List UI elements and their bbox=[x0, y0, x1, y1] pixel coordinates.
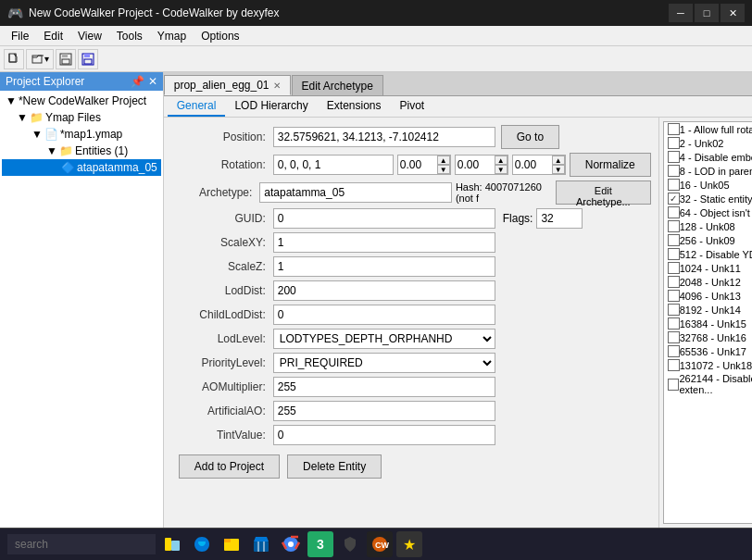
artificialao-input[interactable] bbox=[273, 401, 495, 421]
close-button[interactable]: ✕ bbox=[721, 4, 745, 22]
tab-bar: prop_alien_egg_01 ✕ Edit Archetype bbox=[164, 72, 752, 96]
tab-label: prop_alien_egg_01 bbox=[174, 79, 269, 92]
save-project-button[interactable] bbox=[78, 49, 98, 69]
hash-label: Hash: 4007071260 (not f bbox=[456, 181, 552, 204]
content-tabs: General LOD Hierarchy Extensions Pivot bbox=[164, 96, 752, 118]
aomultiplier-input[interactable] bbox=[273, 377, 495, 397]
flag-label: 4 - Disable embedded collisions bbox=[680, 152, 752, 163]
flag-checkbox[interactable] bbox=[668, 123, 680, 135]
rotation-y-input[interactable] bbox=[456, 156, 495, 173]
position-label: Position: bbox=[171, 131, 273, 143]
flag-checkbox[interactable] bbox=[668, 331, 680, 343]
taskbar-edge-icon[interactable] bbox=[189, 531, 215, 557]
rotation-input[interactable] bbox=[273, 155, 394, 175]
flag-checkbox[interactable] bbox=[668, 151, 680, 163]
flag-checkbox[interactable] bbox=[668, 290, 680, 302]
pe-close-button[interactable]: ✕ bbox=[148, 75, 157, 88]
flag-checkbox[interactable] bbox=[668, 137, 680, 149]
scalez-row: ScaleZ: bbox=[171, 256, 651, 277]
taskbar-explorer-icon[interactable] bbox=[219, 531, 244, 557]
flag-checkbox[interactable] bbox=[668, 317, 680, 330]
menu-view[interactable]: View bbox=[70, 28, 109, 44]
taskbar-star-icon[interactable]: ★ bbox=[396, 531, 422, 557]
rotation-x-up[interactable]: ▲ bbox=[437, 156, 450, 165]
expand-icon: ▼ bbox=[46, 144, 57, 157]
new-button[interactable] bbox=[4, 49, 24, 69]
goto-button[interactable]: Go to bbox=[501, 125, 559, 149]
flag-checkbox[interactable] bbox=[668, 276, 680, 288]
lodlevel-select[interactable]: LODTYPES_DEPTH_ORPHANHD bbox=[273, 329, 495, 349]
scalez-input[interactable] bbox=[273, 256, 495, 277]
taskbar-security-icon[interactable] bbox=[337, 531, 363, 557]
rotation-label: Rotation: bbox=[171, 158, 273, 171]
rotation-y-up[interactable]: ▲ bbox=[495, 156, 508, 165]
tree-item-ymap-files[interactable]: ▼ 📁 Ymap Files bbox=[2, 109, 161, 126]
toolbar: ▾ bbox=[0, 46, 752, 72]
taskbar-codewalker-icon[interactable]: CW bbox=[367, 531, 393, 557]
flag-checkbox[interactable] bbox=[668, 165, 680, 177]
flag-item: 512 - Disable YDR lights bbox=[664, 247, 752, 261]
svg-rect-5 bbox=[62, 54, 68, 57]
tree-item-entities[interactable]: ▼ 📁 Entities (1) bbox=[2, 143, 161, 159]
search-input[interactable] bbox=[7, 534, 156, 554]
tab-extensions[interactable]: Extensions bbox=[318, 96, 391, 117]
flag-checkbox[interactable] bbox=[668, 262, 680, 274]
tree-item-entity[interactable]: 🔷 atapatamma_05 bbox=[2, 159, 161, 176]
flag-checkbox[interactable] bbox=[668, 345, 680, 357]
flag-item: 32768 - Unk16 bbox=[664, 330, 752, 344]
flag-checkbox[interactable] bbox=[668, 359, 680, 371]
rotation-z-down[interactable]: ▼ bbox=[552, 165, 565, 174]
prioritylevel-select[interactable]: PRI_REQUIRED bbox=[273, 353, 495, 373]
edit-archetype-button[interactable]: Edit Archetype... bbox=[556, 180, 651, 205]
tab-close-icon[interactable]: ✕ bbox=[273, 81, 281, 91]
open-dropdown-button[interactable]: ▾ bbox=[26, 49, 54, 69]
guid-input[interactable] bbox=[273, 208, 495, 229]
childloddist-label: ChildLodDist: bbox=[171, 308, 273, 321]
menu-edit[interactable]: Edit bbox=[36, 28, 70, 44]
normalize-button[interactable]: Normalize bbox=[570, 153, 651, 177]
minimize-button[interactable]: ─ bbox=[669, 4, 693, 22]
rotation-y-down[interactable]: ▼ bbox=[495, 165, 508, 174]
loddist-input[interactable] bbox=[273, 280, 495, 301]
rotation-z-up[interactable]: ▲ bbox=[552, 156, 565, 165]
delete-entity-button[interactable]: Delete Entity bbox=[287, 454, 382, 479]
taskbar-file-manager[interactable] bbox=[159, 531, 185, 557]
childloddist-input[interactable] bbox=[273, 305, 495, 325]
taskbar-store-icon[interactable] bbox=[248, 531, 274, 557]
tree-item-map1-ymap[interactable]: ▼ 📄 *map1.ymap bbox=[2, 126, 161, 143]
add-to-project-button[interactable]: Add to Project bbox=[179, 454, 280, 479]
menu-tools[interactable]: Tools bbox=[109, 28, 150, 44]
flags-input[interactable] bbox=[536, 208, 583, 229]
flag-checkbox[interactable] bbox=[668, 304, 680, 316]
tab-general[interactable]: General bbox=[168, 96, 226, 117]
tab-prop-alien[interactable]: prop_alien_egg_01 ✕ bbox=[164, 75, 291, 95]
pe-pin-button[interactable]: 📌 bbox=[131, 75, 144, 88]
menu-options[interactable]: Options bbox=[194, 28, 246, 44]
flag-checkbox[interactable] bbox=[668, 193, 680, 205]
tab-lod-hierarchy[interactable]: LOD Hierarchy bbox=[225, 96, 317, 117]
flag-checkbox[interactable] bbox=[668, 220, 680, 232]
tintvalue-input[interactable] bbox=[273, 425, 495, 445]
flag-checkbox[interactable] bbox=[668, 206, 680, 218]
menu-file[interactable]: File bbox=[4, 28, 36, 44]
taskbar-chrome-icon[interactable] bbox=[278, 531, 304, 557]
rotation-z-input[interactable] bbox=[513, 156, 552, 173]
maximize-button[interactable]: □ bbox=[695, 4, 719, 22]
flag-checkbox[interactable] bbox=[668, 248, 680, 260]
pe-tree: ▼ *New CodeWalker Project ▼ 📁 Ymap Files… bbox=[0, 91, 163, 528]
taskbar-number3-icon[interactable]: 3 bbox=[307, 531, 333, 557]
archetype-input[interactable] bbox=[259, 182, 452, 203]
position-input[interactable] bbox=[273, 127, 495, 147]
tree-item-project[interactable]: ▼ *New CodeWalker Project bbox=[2, 93, 161, 109]
flag-checkbox[interactable] bbox=[668, 379, 680, 391]
flag-checkbox[interactable] bbox=[668, 179, 680, 191]
flag-checkbox[interactable] bbox=[668, 234, 680, 246]
scalex-input[interactable] bbox=[273, 232, 495, 253]
tab-edit-archetype[interactable]: Edit Archetype bbox=[292, 75, 383, 95]
prioritylevel-row: PriorityLevel: PRI_REQUIRED bbox=[171, 353, 651, 373]
menu-ymap[interactable]: Ymap bbox=[150, 28, 194, 44]
rotation-x-down[interactable]: ▼ bbox=[437, 165, 450, 174]
rotation-x-input[interactable] bbox=[398, 156, 437, 173]
tab-pivot[interactable]: Pivot bbox=[391, 96, 434, 117]
save-button[interactable] bbox=[56, 49, 76, 69]
